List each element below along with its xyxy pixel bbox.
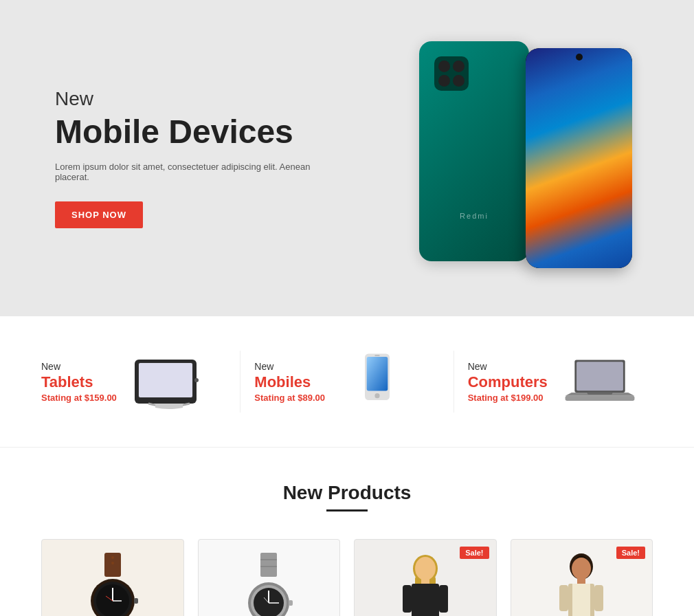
category-tablets-text: New Tablets Stating at $159.00 [41, 361, 117, 403]
person-blonde-svg [394, 549, 456, 616]
svg-rect-12 [587, 392, 612, 395]
svg-point-14 [111, 556, 114, 559]
product-card-person-dark[interactable]: Sale! [511, 539, 653, 616]
mobiles-price-label: Stating at [254, 393, 295, 403]
svg-rect-6 [367, 357, 388, 391]
computers-new-label: New [468, 361, 548, 372]
svg-rect-11 [565, 395, 634, 400]
computers-image [559, 351, 641, 412]
mobiles-price-value: $89.00 [298, 393, 325, 403]
svg-rect-8 [374, 355, 379, 356]
svg-rect-22 [134, 598, 138, 604]
new-products-section: New Products [0, 448, 694, 616]
tablets-image [128, 351, 210, 412]
shop-now-button[interactable]: SHOP NOW [55, 201, 143, 228]
computers-price: Stating at $199.00 [468, 393, 548, 403]
product-card-person-blonde[interactable]: Sale! [354, 539, 497, 616]
tablets-price-value: $159.00 [85, 393, 117, 403]
svg-rect-27 [260, 553, 277, 577]
hero-new-label: New [55, 88, 344, 110]
new-products-title: New Products [41, 482, 653, 504]
category-tablets[interactable]: New Tablets Stating at $159.00 [41, 351, 240, 412]
tablets-new-label: New [41, 361, 117, 372]
category-mobiles[interactable]: New Mobiles Stating at $89.00 [254, 351, 454, 412]
phone-punch-hole [576, 54, 583, 60]
svg-rect-46 [439, 585, 448, 613]
mobiles-price: Stating at $89.00 [254, 393, 325, 403]
hero-title: Mobile Devices [55, 113, 344, 151]
mobiles-name: Mobiles [254, 373, 325, 391]
hero-description: Lorem ipsum dolor sit amet, consectetuer… [55, 162, 344, 182]
svg-point-49 [572, 558, 591, 580]
svg-point-15 [111, 562, 114, 564]
categories-section: New Tablets Stating at $159.00 New Mob [0, 316, 694, 448]
category-mobiles-text: New Mobiles Stating at $89.00 [254, 361, 325, 403]
watch-brown-svg [82, 549, 144, 616]
camera-dot-2 [453, 60, 464, 72]
tablets-price-label: Stating at [41, 393, 82, 403]
mobile-icon [353, 351, 401, 412]
svg-rect-44 [412, 584, 439, 616]
product-watch-silver-image [199, 540, 340, 616]
person-dark-svg [550, 549, 612, 616]
category-computers[interactable]: New Computers Stating at $199.00 [468, 351, 653, 412]
mobiles-image [336, 351, 418, 412]
product-card-watch-silver[interactable] [198, 539, 341, 616]
phone-back: Redmi [419, 41, 529, 261]
camera-dot-3 [438, 75, 450, 87]
category-computers-text: New Computers Stating at $199.00 [468, 361, 548, 403]
section-underline [326, 509, 368, 512]
hero-section: New Mobile Devices Lorem ipsum dolor sit… [0, 0, 694, 316]
camera-dot-1 [438, 60, 450, 72]
svg-rect-54 [594, 585, 603, 611]
svg-rect-45 [403, 585, 412, 613]
hero-image: Redmi [405, 28, 639, 289]
tablet-icon [131, 354, 207, 409]
phone-screen [526, 48, 632, 268]
tablets-name: Tablets [41, 373, 117, 391]
sale-badge-3: Sale! [460, 547, 489, 559]
svg-point-7 [374, 393, 379, 398]
svg-point-42 [415, 557, 436, 580]
computers-price-value: $199.00 [511, 393, 544, 403]
watch-silver-svg [238, 549, 300, 616]
products-grid: Sale! [41, 539, 653, 616]
laptop-icon [562, 356, 638, 408]
phone-brand-label: Redmi [460, 212, 489, 220]
tablets-price: Stating at $159.00 [41, 393, 117, 403]
phone-camera-module [434, 56, 469, 91]
computers-name: Computers [468, 373, 548, 391]
product-watch-brown-image [42, 540, 183, 616]
camera-dot-4 [453, 75, 464, 87]
svg-rect-52 [572, 584, 590, 616]
computers-price-label: Stating at [468, 393, 508, 403]
svg-rect-2 [139, 363, 192, 397]
phone-front [526, 48, 632, 268]
svg-point-3 [194, 378, 199, 382]
svg-rect-53 [559, 585, 568, 611]
svg-rect-10 [577, 362, 623, 390]
mobiles-new-label: New [254, 361, 325, 372]
product-card-watch-brown[interactable] [41, 539, 184, 616]
sale-badge-4: Sale! [616, 547, 645, 559]
hero-text: New Mobile Devices Lorem ipsum dolor sit… [55, 88, 344, 228]
svg-rect-36 [289, 600, 293, 606]
